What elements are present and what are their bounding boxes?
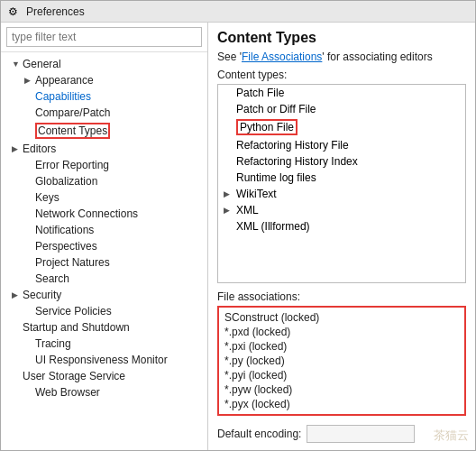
sidebar-item-web-browser[interactable]: Web Browser (1, 384, 207, 400)
sidebar-item-perspectives[interactable]: Perspectives (1, 238, 207, 254)
sidebar-item-label: Editors (23, 143, 56, 155)
sidebar-item-notifications[interactable]: Notifications (1, 222, 207, 238)
arrow-right-icon (12, 144, 23, 153)
search-box (1, 23, 207, 52)
file-assoc-section: File associations: SConstruct (locked) *… (217, 290, 466, 421)
sidebar-item-ui-responsiveness[interactable]: UI Responsiveness Monitor (1, 352, 207, 368)
sidebar-item-label: Service Policies (35, 305, 112, 318)
title-bar: ⚙ Preferences (1, 1, 475, 23)
sidebar-item-editors[interactable]: Editors (1, 141, 207, 157)
watermark: 茶猫云 (434, 428, 469, 444)
sidebar-item-label: Web Browser (35, 386, 100, 399)
content-type-label: WikiText (236, 188, 277, 200)
content-types-label: Content types: (217, 69, 466, 81)
sidebar-item-compare-patch[interactable]: Compare/Patch (1, 105, 207, 121)
content-type-python-file[interactable]: Python File (218, 117, 465, 137)
tree-container: General Appearance Capabilities (1, 52, 207, 450)
sidebar-item-label: Notifications (35, 224, 94, 236)
content-type-patch-diff[interactable]: Patch or Diff File (218, 101, 465, 117)
sidebar-item-label: User Storage Service (23, 370, 125, 382)
fa-pxi[interactable]: *.pxi (locked) (224, 339, 459, 354)
content-area: General Appearance Capabilities (1, 23, 475, 450)
file-associations-link[interactable]: File Associations (242, 51, 322, 63)
sidebar-item-error-reporting[interactable]: Error Reporting (1, 157, 207, 173)
right-panel: Content Types See 'File Associations' fo… (208, 23, 475, 450)
fa-py[interactable]: *.py (locked) (224, 354, 459, 368)
preferences-window: ⚙ Preferences General Appear (0, 0, 476, 451)
window-icon: ⚙ (8, 5, 21, 18)
sidebar-item-label: Content Types (35, 123, 110, 139)
sidebar-item-tracing[interactable]: Tracing (1, 336, 207, 352)
content-type-label: Patch or Diff File (236, 103, 316, 115)
content-type-label: Refactoring History File (236, 139, 349, 152)
fa-pyx[interactable]: *.pyx (locked) (224, 397, 459, 411)
sidebar-item-content-types[interactable]: Content Types (1, 121, 207, 141)
arrow-right-icon (12, 290, 23, 299)
sidebar-item-label: Network Connections (35, 207, 138, 220)
fa-sconstruct[interactable]: SConstruct (locked) (224, 310, 459, 325)
content-type-wikitext[interactable]: WikiText (218, 186, 465, 202)
sidebar-item-label: UI Responsiveness Monitor (35, 354, 168, 366)
left-panel: General Appearance Capabilities (1, 23, 208, 450)
content-type-refactoring-index[interactable]: Refactoring History Index (218, 153, 465, 170)
sidebar-item-label: Security (23, 289, 61, 301)
content-type-refactoring-history[interactable]: Refactoring History File (218, 137, 465, 153)
search-input[interactable] (6, 27, 202, 47)
content-type-xml[interactable]: XML (218, 202, 465, 218)
sidebar-item-label: Keys (35, 191, 60, 204)
arrow-right-icon (24, 76, 35, 85)
sidebar-item-label: Appearance (35, 74, 94, 87)
page-title: Content Types (217, 30, 466, 46)
sidebar-item-project-natures[interactable]: Project Natures (1, 254, 207, 271)
sidebar-item-keys[interactable]: Keys (1, 189, 207, 206)
desc-suffix: ' for associating editors (322, 51, 432, 63)
sidebar-item-search[interactable]: Search (1, 271, 207, 287)
content-type-patch-file[interactable]: Patch File (218, 85, 465, 101)
file-assoc-box[interactable]: SConstruct (locked) *.pxd (locked) *.pxi… (217, 306, 466, 416)
sidebar-item-label: Capabilities (35, 90, 91, 103)
content-type-label: XML (236, 204, 259, 216)
sidebar-item-appearance[interactable]: Appearance (1, 72, 207, 88)
sidebar-item-label: Compare/Patch (35, 106, 110, 119)
bottom-row: Default encoding: (217, 425, 466, 443)
content-types-list[interactable]: Patch File Patch or Diff File Python Fil… (217, 84, 466, 283)
arrow-right-icon (224, 206, 233, 215)
sidebar-item-capabilities[interactable]: Capabilities (1, 88, 207, 105)
page-description: See 'File Associations' for associating … (217, 51, 466, 63)
sidebar-item-general[interactable]: General (1, 56, 207, 72)
content-type-label: Patch File (236, 87, 284, 99)
sidebar-item-service-policies[interactable]: Service Policies (1, 303, 207, 319)
arrow-down-icon (12, 60, 23, 69)
sidebar-item-network-connections[interactable]: Network Connections (1, 206, 207, 222)
content-type-runtime-log[interactable]: Runtime log files (218, 170, 465, 186)
file-assoc-label: File associations: (217, 290, 466, 303)
content-type-label: Python File (236, 119, 298, 135)
sidebar-item-globalization[interactable]: Globalization (1, 173, 207, 189)
sidebar-item-label: Project Natures (35, 256, 110, 269)
window-title: Preferences (26, 5, 85, 18)
content-type-label: Refactoring History Index (236, 155, 358, 168)
fa-pyi[interactable]: *.pyi (locked) (224, 368, 459, 382)
sidebar-item-label: Globalization (35, 175, 97, 188)
sidebar-item-label: Search (35, 272, 69, 285)
sidebar-item-label: Error Reporting (35, 159, 109, 171)
sidebar-item-security[interactable]: Security (1, 287, 207, 303)
sidebar-item-label: Perspectives (35, 240, 97, 253)
content-type-label: XML (Illformed) (236, 220, 310, 233)
sidebar-item-user-storage[interactable]: User Storage Service (1, 368, 207, 384)
fa-pxd[interactable]: *.pxd (locked) (224, 325, 459, 339)
default-encoding-input[interactable] (307, 425, 415, 443)
content-type-xml-illformed[interactable]: XML (Illformed) (218, 218, 465, 235)
sidebar-item-label: Tracing (35, 337, 71, 350)
arrow-right-icon (224, 189, 233, 198)
content-type-label: Runtime log files (236, 171, 316, 184)
default-encoding-label: Default encoding: (217, 428, 301, 440)
sidebar-item-label: General (23, 58, 61, 70)
desc-prefix: See ' (217, 51, 242, 63)
sidebar-item-startup[interactable]: Startup and Shutdown (1, 319, 207, 336)
sidebar-item-label: Startup and Shutdown (23, 321, 130, 334)
fa-pyw[interactable]: *.pyw (locked) (224, 382, 459, 397)
